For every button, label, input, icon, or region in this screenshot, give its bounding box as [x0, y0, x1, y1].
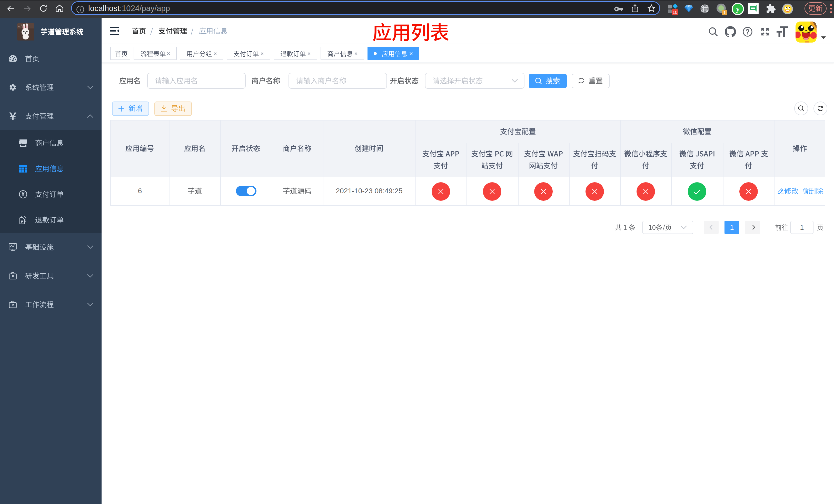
- svg-text:10: 10: [673, 10, 678, 15]
- svg-text:1: 1: [723, 10, 726, 15]
- svg-text:y: y: [736, 5, 740, 13]
